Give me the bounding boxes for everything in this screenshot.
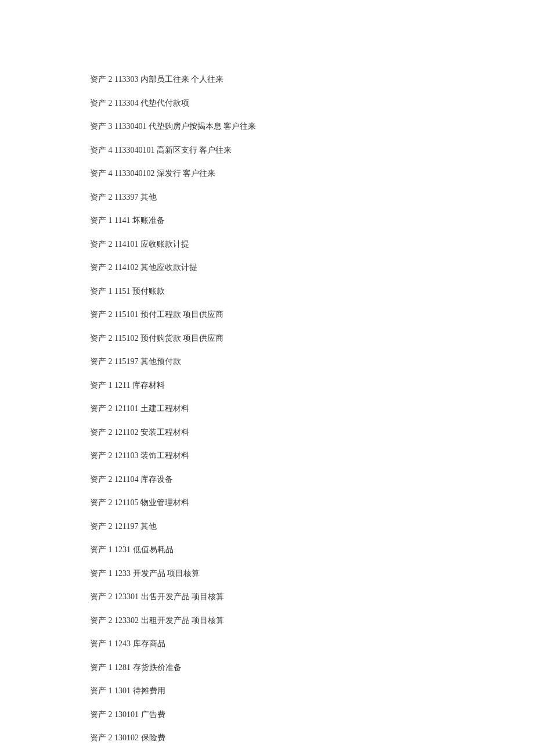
entry-category: 资产 <box>90 146 106 154</box>
account-entry: 资产 2 114102 其他应收款计提 <box>90 264 534 272</box>
entry-level: 4 <box>109 146 113 154</box>
entry-category: 资产 <box>90 287 106 296</box>
entry-level: 1 <box>109 287 113 296</box>
entry-aux: 个人往来 <box>191 75 223 84</box>
account-entry: 资产 2 115101 预付工程款 项目供应商 <box>90 311 534 319</box>
account-entry: 资产 2 121105 物业管理材料 <box>90 499 534 507</box>
entry-name: 预付账款 <box>132 287 165 296</box>
account-entry: 资产 2 121104 库存设备 <box>90 476 534 484</box>
entry-code: 1301 <box>114 686 131 695</box>
entry-name: 内部员工往来 <box>140 75 189 84</box>
account-entry: 资产 2 113304 代垫代付款项 <box>90 99 534 107</box>
entry-name: 库存商品 <box>133 639 165 648</box>
entry-code: 1243 <box>114 639 131 648</box>
entry-level: 2 <box>109 498 113 507</box>
entry-level: 1 <box>109 545 113 554</box>
entry-level: 2 <box>109 240 113 249</box>
entry-code: 1151 <box>114 287 130 296</box>
entry-category: 资产 <box>90 498 106 507</box>
account-entry: 资产 1 1231 低值易耗品 <box>90 546 534 554</box>
entry-level: 2 <box>109 475 113 484</box>
entry-level: 1 <box>109 569 113 578</box>
account-entry: 资产 2 121197 其他 <box>90 523 534 531</box>
entry-name: 其他 <box>140 522 157 531</box>
entry-level: 2 <box>109 99 113 107</box>
entry-category: 资产 <box>90 686 106 695</box>
entry-code: 1231 <box>114 545 131 554</box>
entry-level: 2 <box>109 733 113 742</box>
entry-category: 资产 <box>90 75 106 84</box>
account-entry: 资产 2 121101 土建工程材料 <box>90 405 534 413</box>
entry-category: 资产 <box>90 122 106 131</box>
entry-category: 资产 <box>90 310 106 319</box>
entry-level: 2 <box>109 404 113 413</box>
entry-name: 广告费 <box>141 710 165 719</box>
entry-level: 1 <box>109 663 113 672</box>
entry-code: 121104 <box>114 475 138 484</box>
entry-level: 2 <box>109 75 113 84</box>
account-entry: 资产 2 115197 其他预付款 <box>90 358 534 366</box>
entry-code: 11330401 <box>114 122 146 131</box>
account-entry: 资产 1 1233 开发产品 项目核算 <box>90 570 534 578</box>
entry-name: 待摊费用 <box>133 686 165 695</box>
entry-category: 资产 <box>90 522 106 531</box>
entry-level: 1 <box>109 381 113 390</box>
entry-name: 低值易耗品 <box>133 545 174 554</box>
entry-aux: 项目核算 <box>192 616 224 625</box>
entry-category: 资产 <box>90 193 106 201</box>
entry-category: 资产 <box>90 99 106 107</box>
entry-code: 123302 <box>114 616 139 625</box>
account-entry: 资产 2 123301 出售开发产品 项目核算 <box>90 593 534 601</box>
entry-category: 资产 <box>90 569 106 578</box>
account-list: 资产 2 113303 内部员工往来 个人往来资产 2 113304 代垫代付款… <box>90 75 534 756</box>
entry-code: 121197 <box>114 522 138 531</box>
entry-aux: 客户往来 <box>183 169 215 178</box>
entry-category: 资产 <box>90 240 106 249</box>
entry-code: 113304 <box>114 99 138 107</box>
entry-code: 1133040102 <box>114 169 154 178</box>
entry-category: 资产 <box>90 357 106 366</box>
account-entry: 资产 2 114101 应收账款计提 <box>90 240 534 249</box>
entry-name: 土建工程材料 <box>140 404 189 413</box>
entry-name: 库存材料 <box>132 381 165 390</box>
entry-name: 高新区支行 <box>157 146 197 154</box>
entry-name: 其他 <box>140 193 157 201</box>
account-entry: 资产 2 130101 广告费 <box>90 711 534 719</box>
entry-name: 代垫购房户按揭本息 <box>149 122 222 131</box>
entry-code: 114101 <box>114 240 138 249</box>
account-entry: 资产 1 1281 存货跌价准备 <box>90 664 534 672</box>
entry-category: 资产 <box>90 710 106 719</box>
entry-level: 2 <box>109 193 113 201</box>
entry-category: 资产 <box>90 334 106 343</box>
entry-aux: 客户往来 <box>223 122 256 131</box>
account-entry: 资产 1 1151 预付账款 <box>90 287 534 296</box>
account-entry: 资产 1 1211 库存材料 <box>90 381 534 390</box>
entry-name: 存货跌价准备 <box>133 663 182 672</box>
entry-level: 2 <box>109 428 113 437</box>
entry-code: 121102 <box>114 428 138 437</box>
entry-name: 其他预付款 <box>140 357 181 366</box>
entry-code: 1281 <box>114 663 131 672</box>
entry-category: 资产 <box>90 733 106 742</box>
entry-code: 121103 <box>114 451 138 460</box>
entry-name: 出租开发产品 <box>141 616 190 625</box>
entry-aux: 项目核算 <box>167 569 200 578</box>
account-entry: 资产 3 11330401 代垫购房户按揭本息 客户往来 <box>90 123 534 131</box>
entry-code: 130101 <box>114 710 139 719</box>
entry-name: 装饰工程材料 <box>140 451 189 460</box>
entry-level: 2 <box>109 334 113 343</box>
entry-code: 114102 <box>114 263 138 272</box>
entry-name: 保险费 <box>141 733 165 742</box>
entry-name: 开发产品 <box>133 569 165 578</box>
entry-level: 1 <box>109 639 113 648</box>
entry-level: 1 <box>109 216 113 225</box>
entry-level: 2 <box>109 451 113 460</box>
entry-level: 4 <box>109 169 113 178</box>
entry-name: 坏账准备 <box>132 216 165 225</box>
entry-level: 2 <box>109 357 113 366</box>
entry-category: 资产 <box>90 216 106 225</box>
entry-name: 库存设备 <box>140 475 173 484</box>
account-entry: 资产 1 1243 库存商品 <box>90 640 534 648</box>
entry-code: 115197 <box>114 357 138 366</box>
entry-code: 1133040101 <box>114 146 154 154</box>
